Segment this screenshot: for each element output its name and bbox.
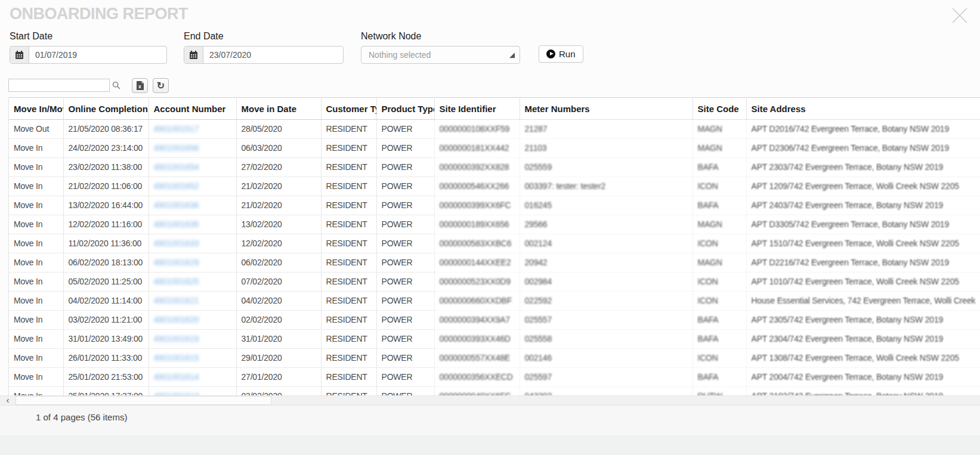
cell-meter_numbers: 002146: [520, 349, 693, 368]
refresh-icon: ↻: [157, 81, 165, 91]
cell-move_type: Move Out: [9, 120, 63, 139]
end-date-calendar-button[interactable]: [184, 47, 203, 63]
account-link[interactable]: 4901001620: [154, 315, 199, 324]
cell-customer_type: RESIDENT: [321, 387, 376, 396]
cell-move_in_date: 31/01/2020: [236, 330, 321, 349]
account-link[interactable]: 4901001635: [154, 219, 199, 229]
cell-meter_numbers: 002124: [520, 234, 693, 253]
network-node-label: Network Node: [361, 31, 421, 42]
cell-site_identifier: 0000000523XX0D9: [434, 273, 520, 292]
cell-account_number: 4901001614: [149, 368, 236, 387]
column-header-meter_numbers[interactable]: Meter Numbers: [520, 98, 693, 120]
export-excel-button[interactable]: x: [132, 78, 148, 93]
end-date-input[interactable]: [203, 47, 343, 63]
account-link[interactable]: 4901001629: [154, 258, 199, 267]
cell-product_type: POWER: [376, 234, 434, 253]
cell-move_in_date: 13/02/2020: [236, 215, 321, 234]
cell-site_address: APT 2304/742 Evergreen Terrace, Botany N…: [746, 330, 980, 349]
account-link[interactable]: 4901001517: [154, 124, 199, 134]
cell-account_number: 4901001613: [149, 387, 236, 396]
scroll-left-arrow-icon[interactable]: ‹: [3, 396, 13, 405]
cell-site_address: APT 1510/742 Evergreen Terrace, Wolli Cr…: [746, 234, 980, 253]
cell-online_completion: 06/02/2020 18:13:00: [63, 253, 149, 273]
cell-site_code: ICON: [693, 177, 746, 196]
cell-meter_numbers: 21103: [520, 139, 693, 158]
column-header-move_in_date[interactable]: Move in Date: [236, 98, 321, 120]
column-header-account_number[interactable]: Account Number: [149, 98, 236, 120]
table-row: Move In06/02/2020 18:13:00490100162906/0…: [9, 253, 980, 273]
column-header-online_completion[interactable]: Online Completion: [63, 98, 149, 120]
cell-customer_type: RESIDENT: [321, 368, 376, 387]
refresh-button[interactable]: ↻: [153, 78, 169, 93]
cell-site_address: APT 2004/742 Evergreen Terrace, Botany N…: [746, 368, 980, 387]
cell-product_type: POWER: [376, 120, 434, 139]
cell-product_type: POWER: [376, 158, 434, 177]
column-header-product_type[interactable]: Product Type: [376, 98, 434, 120]
cell-move_in_date: 27/01/2020: [236, 368, 321, 387]
table-row: Move In25/01/2020 21:53:00490100161427/0…: [9, 368, 980, 387]
cell-site_code: BAFA: [693, 196, 746, 215]
cell-online_completion: 26/01/2020 11:33:00: [63, 349, 149, 368]
cell-site_identifier: 0000000040XX6FC: [434, 387, 520, 396]
cell-meter_numbers: 003397: tester: tester2: [520, 177, 693, 196]
cell-move_type: Move In: [9, 292, 63, 311]
cell-online_completion: 21/02/2020 11:06:00: [63, 177, 149, 196]
start-date-input[interactable]: [29, 47, 166, 63]
column-header-move_type[interactable]: Move In/Move Out: [9, 98, 63, 120]
account-link[interactable]: 4901001615: [154, 353, 199, 363]
report-table: Move In/Move OutOnline CompletionAccount…: [9, 97, 980, 395]
cell-product_type: POWER: [376, 387, 434, 396]
cell-move_type: Move In: [9, 349, 63, 368]
cell-account_number: 4901001633: [149, 234, 236, 253]
account-link[interactable]: 4901001621: [154, 296, 199, 305]
grid-footer: 1 of 4 pages (56 items): [0, 405, 980, 435]
column-header-site_identifier[interactable]: Site Identifier: [434, 98, 520, 120]
cell-site_code: ICON: [693, 292, 746, 311]
cell-site_code: BAFA: [693, 330, 746, 349]
column-header-site_address[interactable]: Site Address: [746, 98, 980, 120]
cell-move_in_date: 12/02/2020: [236, 234, 321, 253]
cell-product_type: POWER: [376, 253, 434, 273]
cell-account_number: 4901001619: [149, 330, 236, 349]
account-link[interactable]: 4901001633: [154, 239, 199, 248]
cell-move_in_date: 28/05/2020: [236, 120, 321, 139]
account-link[interactable]: 4901001619: [154, 334, 199, 343]
cell-customer_type: RESIDENT: [321, 158, 376, 177]
start-date-calendar-button[interactable]: [10, 47, 29, 63]
column-header-site_code[interactable]: Site Code: [693, 98, 746, 120]
cell-online_completion: 31/01/2020 13:49:00: [63, 330, 149, 349]
account-link[interactable]: 4901001636: [154, 200, 199, 210]
search-input[interactable]: [8, 79, 110, 92]
cell-meter_numbers: 29566: [520, 215, 693, 234]
account-link[interactable]: 4901001652: [154, 181, 199, 191]
network-node-placeholder: Nothing selected: [361, 47, 520, 63]
column-header-customer_type[interactable]: Customer Type: [321, 98, 376, 120]
cell-move_in_date: 06/02/2020: [236, 253, 321, 273]
account-link[interactable]: 4901001613: [154, 391, 199, 395]
cell-customer_type: RESIDENT: [321, 330, 376, 349]
horizontal-scrollbar[interactable]: ‹: [0, 395, 980, 405]
cell-product_type: POWER: [376, 311, 434, 330]
cell-meter_numbers: 025557: [520, 311, 693, 330]
cell-site_identifier: 0000000393XX46D: [434, 330, 520, 349]
network-node-select[interactable]: Nothing selected: [361, 46, 520, 64]
cell-move_type: Move In: [9, 253, 63, 273]
close-button[interactable]: [949, 5, 970, 26]
cell-product_type: POWER: [376, 368, 434, 387]
search-icon[interactable]: [112, 81, 120, 92]
cell-customer_type: RESIDENT: [321, 196, 376, 215]
play-icon: [546, 49, 555, 58]
cell-site_identifier: 0000000181XX442: [434, 139, 520, 158]
cell-site_address: APT D3305/742 Evergreen Terrace, Botany …: [746, 215, 980, 234]
account-link[interactable]: 4901001614: [154, 372, 199, 382]
cell-site_identifier: 0000000144XXEE2: [434, 253, 520, 273]
horizontal-scrollbar-thumb[interactable]: [16, 396, 271, 405]
account-link[interactable]: 4901001625: [154, 277, 199, 286]
account-link[interactable]: 4901001654: [154, 162, 199, 172]
cell-meter_numbers: 002984: [520, 273, 693, 292]
account-link[interactable]: 4901001656: [154, 143, 199, 153]
cell-move_type: Move In: [9, 330, 63, 349]
cell-customer_type: RESIDENT: [321, 139, 376, 158]
cell-customer_type: RESIDENT: [321, 120, 376, 139]
run-button[interactable]: Run: [539, 45, 583, 63]
